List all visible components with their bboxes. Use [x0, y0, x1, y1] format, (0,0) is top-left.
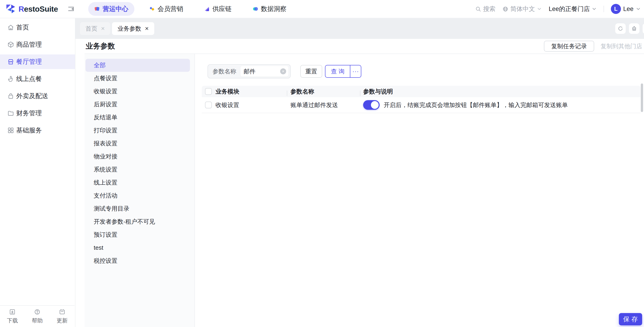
updates-label: 更新	[57, 317, 68, 324]
download-label: 下载	[7, 317, 18, 324]
tab-home[interactable]: 首页 ×	[80, 22, 110, 35]
category-item-all[interactable]: 全部	[86, 59, 190, 72]
member-marketing-icon	[149, 6, 155, 12]
category-item-reverse-refund[interactable]: 反结退单	[86, 111, 190, 124]
language-label: 简体中文	[510, 5, 535, 13]
user-menu[interactable]: L Lee	[611, 4, 641, 14]
sidebar-item-takeout-delivery[interactable]: 外卖及配送	[0, 89, 75, 103]
operations-center-icon	[94, 6, 100, 12]
nav-member-marketing[interactable]: 会员营销	[143, 2, 189, 16]
category-item-test-directory[interactable]: 测试专用目录	[86, 202, 190, 215]
home-icon	[7, 24, 14, 31]
table-row: 收银设置 账单通过邮件发送 开启后，结账完成页会增加按钮【邮件账单】，输入完邮箱…	[202, 97, 640, 113]
product-nav: 营运中心 会员营销 供应链	[88, 2, 292, 16]
toggle-knob	[371, 101, 379, 109]
sidebar-item-label: 首页	[16, 23, 29, 32]
refresh-button[interactable]	[615, 23, 626, 34]
save-button[interactable]: 保 存	[619, 313, 642, 325]
search-icon	[475, 6, 481, 12]
broom-icon	[631, 26, 637, 32]
header-param-description: 参数与说明	[360, 88, 640, 96]
main-area: 首页 × 业务参数 × 业务参数	[76, 18, 644, 327]
param-name-input[interactable]: 邮件 ×	[240, 66, 288, 77]
download-button[interactable]: 下载	[0, 308, 25, 324]
row-checkbox[interactable]	[205, 102, 212, 108]
chevron-down-icon	[636, 7, 641, 12]
sidebar-item-label: 财务管理	[16, 109, 42, 118]
params-table: 业务模块 参数名称 参数与说明 收银设置 账单通过邮件发送 开启后，结账完成页会…	[202, 86, 640, 113]
tab-label: 首页	[86, 25, 97, 33]
copy-to-other-stores-button[interactable]: 复制到其他门店	[600, 42, 642, 50]
category-item-kitchen[interactable]: 后厨设置	[86, 98, 190, 111]
tab-actions	[615, 23, 644, 34]
category-item-printing[interactable]: 打印设置	[86, 124, 190, 137]
category-item-reservation[interactable]: 预订设置	[86, 228, 190, 241]
sidebar-item-label: 线上点餐	[16, 75, 42, 83]
sidebar-footer: 下载 帮助 更新	[0, 305, 74, 327]
language-switcher[interactable]: 简体中文	[502, 5, 542, 13]
category-item-property[interactable]: 物业对接	[86, 150, 190, 163]
app-title-rest: estoSuite	[24, 5, 58, 13]
globe-icon	[502, 6, 508, 12]
updates-button[interactable]: 更新	[50, 308, 74, 324]
sidebar-item-restaurant-management[interactable]: 餐厅管理	[0, 55, 75, 69]
category-item-reports[interactable]: 报表设置	[86, 137, 190, 150]
query-button[interactable]: 查 询	[326, 65, 350, 77]
global-search[interactable]: 搜索	[475, 5, 496, 13]
avatar: L	[611, 4, 621, 14]
sidebar-item-goods-management[interactable]: 商品管理	[0, 37, 75, 52]
param-description: 开启后，结账完成页会增加按钮【邮件账单】，输入完邮箱可发送账单	[384, 101, 568, 109]
nav-supply-chain[interactable]: 供应链	[198, 2, 238, 16]
cube-icon	[7, 41, 14, 48]
data-insights-icon	[252, 6, 258, 12]
row-param-name: 账单通过邮件发送	[287, 101, 360, 109]
param-name-filter: 参数名称 邮件 ×	[208, 64, 291, 78]
sidebar-item-basic-services[interactable]: 基础服务	[0, 123, 75, 138]
changelog-icon	[59, 308, 66, 315]
store-switcher[interactable]: Lee的正餐门店	[549, 5, 597, 13]
sidebar-item-finance-management[interactable]: 财务管理	[0, 106, 75, 121]
nav-member-marketing-label: 会员营销	[158, 5, 183, 13]
navbar-divider	[604, 6, 604, 12]
sidebar-collapse-button[interactable]	[67, 5, 75, 13]
header-param-name: 参数名称	[287, 88, 360, 96]
query-more-button[interactable]: ···	[350, 65, 361, 77]
category-item-system[interactable]: 系统设置	[86, 163, 190, 176]
sidebar-item-home[interactable]: 首页	[0, 20, 75, 35]
reset-button[interactable]: 重置	[300, 65, 322, 78]
copy-task-record-button[interactable]: 复制任务记录	[544, 41, 594, 52]
category-item-tax-control[interactable]: 税控设置	[86, 254, 190, 267]
supply-chain-icon	[204, 6, 210, 12]
sidebar-item-online-ordering[interactable]: 线上点餐	[0, 72, 75, 86]
close-icon[interactable]: ×	[145, 25, 148, 32]
more-tab-action-button[interactable]	[643, 23, 644, 34]
tab-business-params[interactable]: 业务参数 ×	[112, 22, 154, 35]
nav-supply-chain-label: 供应链	[212, 5, 232, 13]
param-name-filter-label: 参数名称	[212, 68, 236, 76]
navbar-right-utilities: 搜索 简体中文 Lee的正餐门店 L Lee	[475, 4, 642, 14]
tab-label: 业务参数	[118, 25, 141, 33]
table-scrollbar[interactable]	[641, 84, 643, 112]
help-button[interactable]: 帮助	[25, 308, 50, 324]
param-toggle-on[interactable]	[363, 100, 380, 110]
params-pane: 参数名称 邮件 × 重置 查 询 ···	[202, 54, 644, 327]
category-item-ordering[interactable]: 点餐设置	[86, 72, 190, 85]
table-header: 业务模块 参数名称 参数与说明	[202, 86, 640, 97]
app-title: RestoSuite	[18, 5, 58, 14]
category-item-developer-params[interactable]: 开发者参数-租户不可见	[86, 215, 190, 228]
store-name: Lee的正餐门店	[549, 5, 590, 13]
close-icon[interactable]: ×	[101, 25, 105, 32]
category-item-payment-activity[interactable]: 支付活动	[86, 189, 190, 202]
nav-data-insights[interactable]: 数据洞察	[246, 2, 292, 16]
sidebar-item-label: 外卖及配送	[16, 92, 48, 100]
download-icon	[9, 308, 16, 315]
category-item-online[interactable]: 线上设置	[86, 176, 190, 189]
clear-cache-button[interactable]	[629, 23, 640, 34]
clear-input-icon[interactable]: ×	[280, 68, 286, 74]
select-all-checkbox[interactable]	[205, 88, 212, 95]
category-item-test[interactable]: test	[86, 241, 190, 254]
param-name-value: 邮件	[244, 68, 280, 76]
tap-finger-icon	[7, 75, 14, 83]
nav-operations-center[interactable]: 营运中心	[88, 2, 134, 16]
category-item-cashier[interactable]: 收银设置	[86, 85, 190, 98]
